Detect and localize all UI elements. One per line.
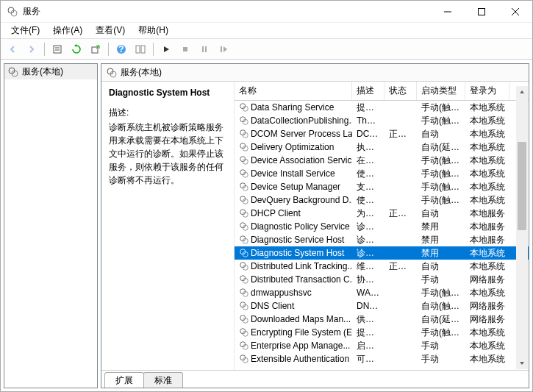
cell-desc: 使计... bbox=[352, 167, 384, 181]
cell-start: 手动(触发... bbox=[417, 114, 465, 128]
cell-state bbox=[384, 292, 417, 293]
column-state[interactable]: 状态 bbox=[384, 82, 417, 100]
toolbar: ? bbox=[1, 39, 532, 60]
gear-icon bbox=[239, 221, 249, 232]
table-row[interactable]: Distributed Link Tracking...维护...正在...自动… bbox=[235, 260, 529, 273]
cell-start: 手动(触发... bbox=[417, 193, 465, 207]
menu-view[interactable]: 查看(V) bbox=[90, 23, 131, 38]
cell-start: 自动(延迟... bbox=[417, 140, 465, 154]
tree-root-label: 服务(本地) bbox=[22, 65, 63, 78]
service-name: Diagnostic Service Host bbox=[251, 235, 344, 245]
table-row[interactable]: DataCollectionPublishing...The ...手动(触发.… bbox=[235, 114, 529, 127]
back-button[interactable] bbox=[4, 40, 21, 58]
tree-pane[interactable]: 服务(本地) bbox=[4, 63, 98, 388]
cell-desc: 可扩... bbox=[352, 352, 384, 366]
table-row[interactable]: Diagnostic Service Host诊断...禁用本地服务 bbox=[235, 233, 529, 246]
gear-icon bbox=[239, 274, 249, 285]
cell-start: 手动(触发... bbox=[417, 101, 465, 115]
cell-name: Encrypting File System (E... bbox=[235, 327, 352, 338]
show-hide-button[interactable] bbox=[132, 40, 149, 58]
svg-rect-15 bbox=[183, 47, 187, 51]
table-row[interactable]: Encrypting File System (E...提供...手动(触发..… bbox=[235, 326, 529, 339]
cell-logon: 本地系统 bbox=[465, 260, 509, 274]
table-row[interactable]: DCOM Server Process La...DCO...正在...自动本地… bbox=[235, 127, 529, 140]
cell-start: 禁用 bbox=[417, 246, 465, 260]
table-row[interactable]: Diagnostic Policy Service诊断...禁用本地服务 bbox=[235, 220, 529, 233]
forward-button[interactable] bbox=[23, 40, 40, 58]
table-row[interactable]: dmwappushsvcWAP...手动(触发...本地系统 bbox=[235, 286, 529, 299]
cell-name: Data Sharing Service bbox=[235, 101, 352, 113]
cell-start: 手动(触发... bbox=[417, 286, 465, 300]
cell-state bbox=[384, 252, 417, 254]
stop-service-button[interactable] bbox=[176, 40, 194, 58]
table-row[interactable]: Data Sharing Service提供...手动(触发...本地系统 bbox=[235, 101, 529, 114]
close-button[interactable] bbox=[498, 1, 532, 23]
scroll-down-button[interactable] bbox=[516, 357, 528, 369]
table-row[interactable]: DNS ClientDNS...自动(触发...网络服务 bbox=[235, 299, 529, 313]
cell-logon: 本地系统 bbox=[465, 167, 509, 181]
gear-icon bbox=[239, 155, 249, 165]
column-desc[interactable]: 描述 bbox=[352, 82, 384, 100]
column-logon[interactable]: 登录为 bbox=[465, 82, 509, 100]
menu-help[interactable]: 帮助(H) bbox=[132, 23, 174, 38]
gear-icon bbox=[239, 182, 249, 192]
cell-name: Downloaded Maps Man... bbox=[235, 313, 352, 325]
gear-icon bbox=[239, 327, 249, 338]
service-name: Downloaded Maps Man... bbox=[251, 314, 351, 324]
menu-file[interactable]: 文件(F) bbox=[5, 23, 46, 38]
gear-icon bbox=[239, 208, 249, 218]
scroll-up-button[interactable] bbox=[516, 86, 528, 98]
table-row[interactable]: DevQuery Background D...使应...手动(触发...本地系… bbox=[235, 193, 529, 207]
start-service-button[interactable] bbox=[157, 40, 175, 58]
separator bbox=[153, 43, 154, 56]
menu-action[interactable]: 操作(A) bbox=[47, 23, 88, 38]
cell-start: 手动(触发... bbox=[417, 326, 465, 340]
table-row[interactable]: Distributed Transaction C...协调...手动网络服务 bbox=[235, 273, 529, 286]
properties-button[interactable] bbox=[49, 40, 66, 58]
column-name[interactable]: 名称 bbox=[235, 82, 352, 100]
export-button[interactable] bbox=[87, 40, 104, 58]
cell-logon: 本地系统 bbox=[465, 326, 509, 340]
minimize-button[interactable] bbox=[431, 1, 465, 23]
gear-icon bbox=[239, 288, 249, 298]
table-row[interactable]: Device Association Service在系...手动(触发...本… bbox=[235, 154, 529, 167]
help-button[interactable]: ? bbox=[112, 40, 130, 58]
table-row[interactable]: Device Setup Manager支持...手动(触发...本地系统 bbox=[235, 180, 529, 193]
column-start[interactable]: 启动类型 bbox=[417, 82, 465, 100]
service-name: Diagnostic System Host bbox=[251, 248, 344, 258]
list-body[interactable]: Data Sharing Service提供...手动(触发...本地系统Dat… bbox=[235, 101, 529, 370]
svg-text:?: ? bbox=[118, 44, 124, 54]
service-name: Device Association Service bbox=[251, 155, 352, 165]
restart-service-button[interactable] bbox=[215, 40, 232, 58]
table-row[interactable]: Extensible Authentication可扩...手动本地系统 bbox=[235, 352, 529, 366]
gear-icon bbox=[239, 341, 249, 351]
scroll-track[interactable] bbox=[516, 98, 528, 357]
tab-standard[interactable]: 标准 bbox=[143, 372, 183, 388]
separator bbox=[44, 43, 45, 56]
cell-desc: 启用... bbox=[352, 339, 384, 353]
table-row[interactable]: Enterprise App Manage...启用...手动本地系统 bbox=[235, 339, 529, 352]
tab-extended[interactable]: 扩展 bbox=[104, 372, 144, 388]
cell-state bbox=[384, 199, 417, 201]
table-row[interactable]: Diagnostic System Host诊断...禁用本地系统 bbox=[235, 246, 529, 260]
tree-root-item[interactable]: 服务(本地) bbox=[4, 64, 97, 79]
scroll-thumb[interactable] bbox=[518, 142, 526, 230]
service-name: Enterprise App Manage... bbox=[251, 341, 350, 351]
cell-logon: 本地系统 bbox=[465, 180, 509, 194]
refresh-button[interactable] bbox=[68, 40, 85, 58]
cell-name: DNS Client bbox=[235, 300, 352, 312]
pause-service-button[interactable] bbox=[196, 40, 213, 58]
table-row[interactable]: Delivery Optimization执行...自动(延迟...本地系统 bbox=[235, 140, 529, 154]
cell-start: 手动 bbox=[417, 352, 465, 366]
cell-desc: DCO... bbox=[352, 128, 384, 140]
table-row[interactable]: Device Install Service使计...手动(触发...本地系统 bbox=[235, 167, 529, 180]
maximize-button[interactable] bbox=[465, 1, 498, 23]
right-body: Diagnostic System Host 描述: 诊断系统主机被诊断策略服务… bbox=[101, 82, 529, 370]
cell-name: dmwappushsvc bbox=[235, 287, 352, 299]
service-name: Distributed Link Tracking... bbox=[251, 261, 352, 271]
table-row[interactable]: DHCP Client为此...正在...自动本地服务 bbox=[235, 207, 529, 220]
service-name: DCOM Server Process La... bbox=[251, 129, 352, 139]
table-row[interactable]: Downloaded Maps Man...供应...自动(延迟...网络服务 bbox=[235, 313, 529, 326]
vertical-scrollbar[interactable] bbox=[516, 86, 528, 369]
view-tabs: 扩展 标准 bbox=[101, 370, 529, 388]
